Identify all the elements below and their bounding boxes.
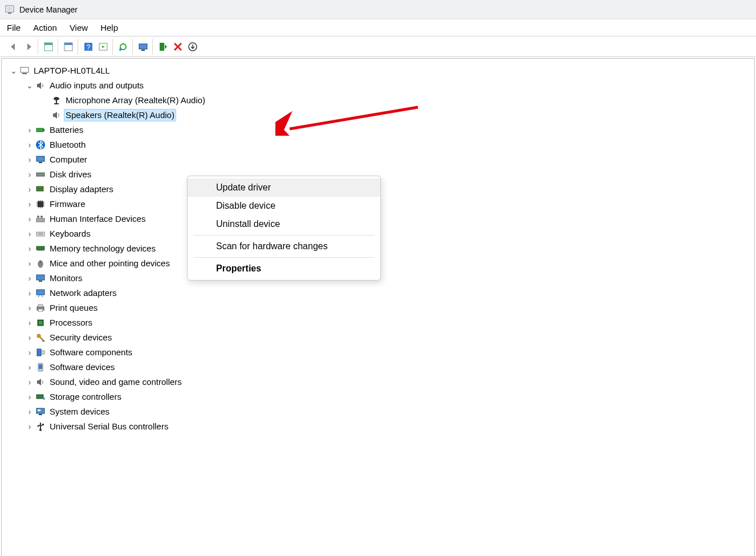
expander-icon[interactable]: ⌄ (25, 80, 35, 91)
expander-icon[interactable]: › (25, 332, 35, 343)
mouse-icon (35, 258, 46, 269)
tree-swcomp-node[interactable]: › Software components (7, 345, 749, 360)
uninstall-button[interactable] (186, 40, 200, 54)
tree-computer-label: Computer (48, 154, 88, 165)
svg-point-11 (119, 48, 121, 51)
expander-icon[interactable]: › (25, 303, 35, 314)
ctx-properties[interactable]: Properties (188, 259, 380, 278)
expander-icon[interactable]: › (25, 347, 35, 358)
svg-rect-58 (42, 424, 44, 425)
tree-security-node[interactable]: › Security devices (7, 330, 749, 345)
expander-icon[interactable]: › (25, 377, 35, 388)
display-adapter-icon (35, 184, 46, 195)
network-icon (35, 287, 46, 299)
expander-icon[interactable]: › (25, 318, 35, 328)
expander-icon[interactable]: › (25, 140, 35, 151)
tree-batteries-label: Batteries (48, 124, 84, 136)
svg-rect-13 (141, 50, 145, 51)
help-button[interactable]: ? (82, 40, 95, 54)
menu-action[interactable]: Action (33, 23, 57, 33)
expander-icon[interactable]: › (25, 421, 35, 432)
tree-network-label: Network adapters (48, 287, 118, 299)
expander-icon[interactable]: › (25, 362, 35, 373)
system-icon (35, 406, 46, 417)
expander-icon[interactable]: › (25, 258, 35, 269)
expander-icon[interactable]: › (25, 243, 35, 254)
svg-rect-29 (43, 188, 44, 190)
scan-hardware-button[interactable] (136, 40, 150, 54)
show-hide-tree-button[interactable] (42, 40, 55, 54)
tree-usb-node[interactable]: › Universal Serial Bus controllers (7, 419, 749, 434)
tree-memtech-label: Memory technology devices (48, 243, 157, 254)
expander-icon[interactable]: › (25, 407, 35, 417)
enable-button[interactable] (156, 40, 170, 54)
ctx-update-driver[interactable]: Update driver (188, 178, 380, 197)
menubar: File Action View Help (0, 19, 756, 36)
tree-swdev-node[interactable]: › Software devices (7, 360, 749, 375)
expander-icon[interactable]: › (25, 288, 35, 299)
svg-rect-17 (22, 73, 27, 74)
tree-swdev-label: Software devices (48, 362, 116, 373)
tree-root-node[interactable]: ⌄ LAPTOP-HL0TL4LL (7, 63, 749, 78)
tree-security-label: Security devices (48, 332, 113, 343)
expander-icon[interactable]: › (25, 155, 35, 165)
tree-audio-label: Audio inputs and outputs (48, 80, 145, 91)
tree-speakers-node[interactable]: Speakers (Realtek(R) Audio) (7, 108, 749, 123)
update-driver-button[interactable] (116, 40, 130, 54)
chip-icon (35, 198, 46, 210)
svg-rect-30 (38, 201, 43, 207)
device-tree-pane: ⌄ LAPTOP-HL0TL4LL ⌄ Audio inputs and out… (1, 58, 755, 556)
expander-icon[interactable]: › (25, 273, 35, 284)
expander-icon[interactable]: › (25, 214, 35, 225)
tree-sound-label: Sound, video and game controllers (48, 376, 183, 388)
disable-button[interactable] (171, 40, 185, 54)
tree-mic-node[interactable]: Microphone Array (Realtek(R) Audio) (7, 93, 749, 108)
tree-print-node[interactable]: › Print queues (7, 301, 749, 315)
titlebar: Device Manager (0, 0, 756, 19)
tree-bluetooth-node[interactable]: › Bluetooth (7, 137, 749, 152)
tree-system-node[interactable]: › System devices (7, 404, 749, 419)
svg-rect-19 (56, 100, 57, 103)
svg-rect-35 (36, 246, 44, 250)
tree-processors-node[interactable]: › Processors (7, 315, 749, 330)
tree-batteries-node[interactable]: › Batteries (7, 123, 749, 137)
expander-icon[interactable]: › (25, 169, 35, 180)
tree-sound-node[interactable]: › Sound, video and game controllers (7, 375, 749, 389)
tree-monitors-label: Monitors (48, 273, 84, 284)
menu-view[interactable]: View (70, 23, 88, 33)
tree-root-label: LAPTOP-HL0TL4LL (32, 65, 111, 76)
back-button[interactable] (7, 40, 21, 54)
svg-rect-12 (139, 44, 147, 49)
tree-audio-node[interactable]: ⌄ Audio inputs and outputs (7, 78, 749, 93)
memory-icon (35, 243, 46, 254)
properties-button[interactable] (62, 40, 75, 54)
svg-rect-47 (37, 349, 41, 356)
expander-icon[interactable]: › (25, 392, 35, 403)
ctx-scan-hardware[interactable]: Scan for hardware changes (188, 237, 380, 255)
svg-point-56 (39, 429, 42, 431)
ctx-uninstall-device[interactable]: Uninstall device (188, 215, 380, 233)
ctx-disable-device[interactable]: Disable device (188, 197, 380, 215)
expander-icon[interactable]: ⌄ (9, 66, 19, 76)
window-title: Device Manager (19, 5, 78, 14)
tree-print-label: Print queues (48, 302, 99, 314)
svg-rect-22 (43, 129, 44, 131)
action-button[interactable] (96, 40, 110, 54)
svg-rect-55 (39, 414, 42, 415)
tree-storage-node[interactable]: › Storage controllers (7, 389, 749, 404)
tree-processors-label: Processors (48, 317, 94, 328)
svg-rect-16 (21, 67, 29, 72)
menu-file[interactable]: File (7, 23, 21, 33)
svg-point-32 (37, 216, 39, 218)
expander-icon[interactable]: › (25, 199, 35, 210)
tree-network-node[interactable]: › Network adapters (7, 286, 749, 301)
tree-computer-node[interactable]: › Computer (7, 152, 749, 167)
expander-icon[interactable]: › (25, 125, 35, 136)
forward-button[interactable] (22, 40, 35, 54)
expander-icon[interactable]: › (25, 229, 35, 240)
svg-rect-2 (8, 13, 11, 14)
expander-icon[interactable]: › (25, 184, 35, 195)
svg-point-27 (42, 174, 43, 175)
microphone-icon (51, 95, 62, 106)
menu-help[interactable]: Help (100, 23, 118, 33)
